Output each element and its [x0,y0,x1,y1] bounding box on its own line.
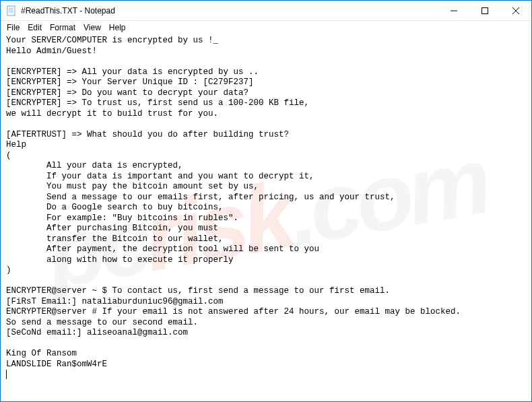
text-line: After payment, the decryption tool will … [6,244,319,254]
window-title: #ReadThis.TXT - Notepad [21,6,438,15]
menubar: File Edit Format View Help [1,21,531,34]
text-line: [ENCRYPTER] => To trust us, first send u… [6,98,309,108]
text-line: [ENCRYPTER] => Your Server Unique ID : [… [6,77,254,87]
text-line: Help [6,140,26,149]
maximize-button[interactable] [469,1,500,21]
text-content[interactable]: Your SERVER/COMPUTER is encrypted by us … [1,34,531,382]
text-line: Hello Admin/Guest! [6,46,97,56]
titlebar: #ReadThis.TXT - Notepad [1,1,531,21]
text-editor-area[interactable]: pcrisk.com Your SERVER/COMPUTER is encry… [1,34,531,401]
text-line: Do a Google search to buy bitcoins, [6,203,224,212]
text-line: along with how to execute it properly [6,255,234,265]
text-line: King Of Ransom [6,349,77,358]
text-line: [AFTERTRUST] => What should you do after… [6,130,289,139]
text-cursor [6,370,7,379]
window-controls [438,1,531,20]
text-line: [SeCoNd email:] aliseoanal@gmail.com [6,328,188,337]
text-line: If your data is important and you want t… [6,172,314,181]
text-line: Your SERVER/COMPUTER is encrypted by us … [6,36,218,45]
text-line: ENCRYPTER@server ~ $ To contact us, firs… [6,286,390,296]
text-line: For example: "Buy bitcoins in rubles". [6,213,238,223]
text-line: LANDSLIDE Ran$omW4rE [6,360,107,369]
menu-help[interactable]: Help [106,22,129,33]
text-line: ) [6,265,11,275]
minimize-button[interactable] [438,1,469,21]
text-line: Send a message to our emails first, afte… [6,193,395,202]
close-button[interactable] [500,1,531,21]
text-line: ENCRYPTER@server # If your email is not … [6,307,461,316]
menu-file[interactable]: File [3,22,23,33]
menu-edit[interactable]: Edit [24,22,45,33]
text-line: You must pay the bitcoin amount set by u… [6,182,259,191]
text-line: we will decrypt it to build trust for yo… [6,109,218,119]
notepad-icon [6,5,17,16]
svg-rect-6 [482,8,488,14]
notepad-window: #ReadThis.TXT - Notepad File Edit Format… [0,0,532,402]
text-line: All your data is encrypted, [6,161,183,170]
menu-format[interactable]: Format [46,22,79,33]
text-line: [FiRsT Email:] nataliaburduniuc96@gmail.… [6,297,224,306]
text-line: ( [6,151,11,160]
text-line: After purchasing Bitcoin, you must [6,224,218,233]
text-line: So send a message to our second email. [6,318,198,327]
text-line: [ENCRYPTER] => Do you want to decrypt yo… [6,88,248,98]
text-line: [ENCRYPTER] => All your data is encrypte… [6,67,259,77]
text-line: transfer the Bitcoin to our wallet, [6,234,224,244]
menu-view[interactable]: View [80,22,104,33]
